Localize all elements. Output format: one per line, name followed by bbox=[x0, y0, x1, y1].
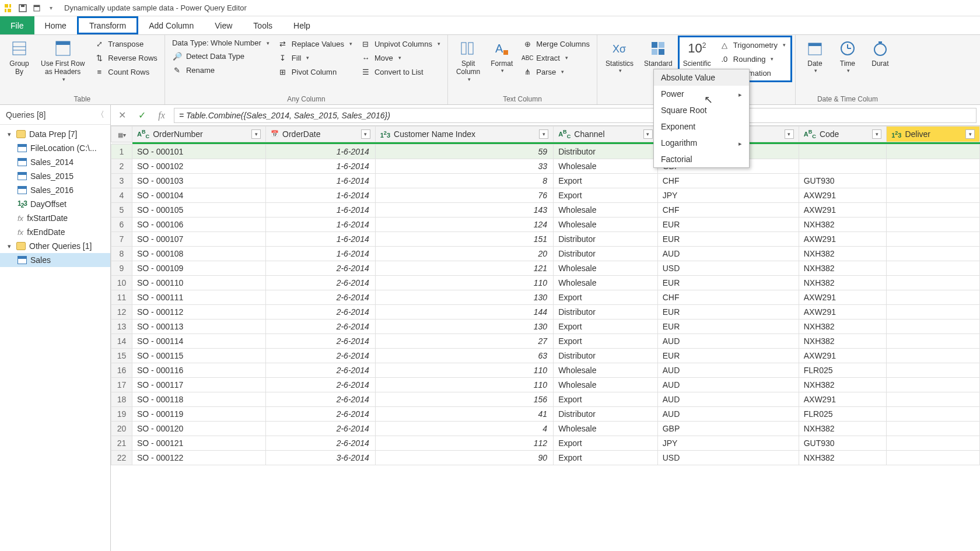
time-button[interactable]: Time bbox=[833, 37, 862, 75]
rounding-button[interactable]: .0Rounding bbox=[717, 52, 788, 65]
tab-tools[interactable]: Tools bbox=[243, 16, 283, 34]
filter-icon[interactable]: ▾ bbox=[965, 129, 975, 139]
ribbon-tabs: FileHomeTransformAdd ColumnViewToolsHelp bbox=[0, 16, 980, 35]
table-row[interactable]: 22SO - 0001223-6-201490ExportUSDNXH382 bbox=[111, 450, 980, 465]
table-row[interactable]: 5SO - 0001051-6-2014143WholesaleCHFAXW29… bbox=[111, 202, 980, 217]
table-row[interactable]: 12SO - 0001122-6-2014144DistributorEURAX… bbox=[111, 304, 980, 319]
table-row[interactable]: 3SO - 0001031-6-20148ExportCHFGUT930 bbox=[111, 173, 980, 188]
table-row[interactable]: 4SO - 0001041-6-201476ExportJPYAXW291 bbox=[111, 188, 980, 202]
table-row[interactable]: 18SO - 0001182-6-2014156ExportAUDAXW291 bbox=[111, 392, 980, 406]
query-sales-2014[interactable]: Sales_2014 bbox=[0, 155, 110, 169]
tab-add-column[interactable]: Add Column bbox=[138, 16, 204, 34]
menu-exponent[interactable]: Exponent bbox=[654, 118, 749, 135]
filter-icon[interactable]: ▾ bbox=[643, 129, 653, 139]
menu-power[interactable]: Power bbox=[654, 86, 749, 102]
formula-accept-icon[interactable]: ✓ bbox=[134, 108, 149, 123]
statistics-button[interactable]: Xσ Statistics bbox=[602, 37, 637, 75]
parse-button[interactable]: ⋔Parse bbox=[520, 65, 592, 78]
collapse-icon[interactable]: 〈 bbox=[96, 110, 104, 120]
detect-data-type-button[interactable]: 🔎Detect Data Type bbox=[170, 50, 272, 62]
table-row[interactable]: 2SO - 0001021-6-201433WholesaleGBP bbox=[111, 159, 980, 173]
tab-view[interactable]: View bbox=[204, 16, 243, 34]
convert-to-list-button[interactable]: ☰Convert to List bbox=[358, 65, 443, 78]
replace-values-button[interactable]: ⇄Replace Values bbox=[275, 37, 355, 50]
tab-home[interactable]: Home bbox=[34, 16, 77, 34]
menu-square-root[interactable]: Square Root bbox=[654, 102, 749, 118]
unpivot-button[interactable]: ⊟Unpivot Columns bbox=[358, 37, 443, 50]
extract-button[interactable]: ABCExtract bbox=[520, 51, 592, 64]
table-row[interactable]: 14SO - 0001142-6-201427ExportAUDNXH382 bbox=[111, 334, 980, 348]
menu-factorial[interactable]: Factorial bbox=[654, 151, 749, 167]
filter-icon[interactable]: ▾ bbox=[785, 129, 794, 139]
query-sales-2016[interactable]: Sales_2016 bbox=[0, 183, 110, 197]
split-column-button[interactable]: Split Column bbox=[453, 37, 484, 84]
table-row[interactable]: 17SO - 0001172-6-2014110WholesaleAUDNXH3… bbox=[111, 377, 980, 392]
transpose-button[interactable]: ⤢Transpose bbox=[92, 37, 160, 50]
save-icon[interactable] bbox=[16, 2, 29, 15]
use-first-row-button[interactable]: Use First Row as Headers bbox=[37, 37, 88, 84]
col-code[interactable]: ABCCode▾ bbox=[799, 127, 886, 142]
group-by-button[interactable]: Group By bbox=[5, 37, 34, 78]
table-row[interactable]: 10SO - 0001102-6-2014110WholesaleEURNXH3… bbox=[111, 275, 980, 290]
table-row[interactable]: 19SO - 0001192-6-201441DistributorAUDFLR… bbox=[111, 406, 980, 421]
tab-transform[interactable]: Transform bbox=[77, 16, 138, 34]
queries-header[interactable]: Queries [8] 〈 bbox=[0, 105, 110, 125]
col-deliver[interactable]: 123Deliver▾ bbox=[887, 127, 980, 142]
folder-data-prep-7-[interactable]: ▾Data Prep [7] bbox=[0, 127, 110, 141]
row-selector[interactable]: ▦▾ bbox=[111, 127, 132, 142]
table-row[interactable]: 1SO - 0001011-6-201459DistributorAUD bbox=[111, 144, 980, 159]
rename-button[interactable]: ✎Rename bbox=[170, 64, 272, 76]
table-row[interactable]: 8SO - 0001081-6-201420DistributorAUDNXH3… bbox=[111, 246, 980, 261]
count-rows-button[interactable]: ≡Count Rows bbox=[92, 65, 160, 78]
col-customer-name-index[interactable]: 123Customer Name Index▾ bbox=[375, 127, 553, 142]
menu-absolute-value[interactable]: Absolute Value bbox=[654, 69, 749, 86]
folder-other-queries-1-[interactable]: ▾Other Queries [1] bbox=[0, 239, 110, 253]
col-orderdate[interactable]: 📅OrderDate▾ bbox=[266, 127, 376, 142]
filter-icon[interactable]: ▾ bbox=[539, 129, 548, 139]
formula-cancel-icon[interactable]: ✕ bbox=[114, 108, 130, 123]
tab-file[interactable]: File bbox=[0, 16, 34, 34]
table-row[interactable]: 11SO - 0001112-6-2014130ExportCHFAXW291 bbox=[111, 290, 980, 304]
date-button[interactable]: Date bbox=[800, 37, 830, 75]
merge-columns-button[interactable]: ⊕Merge Columns bbox=[520, 37, 592, 50]
fill-button[interactable]: ↧Fill bbox=[275, 51, 355, 64]
col-channel[interactable]: ABCChannel▾ bbox=[554, 127, 658, 142]
reverse-rows-button[interactable]: ⇅Reverse Rows bbox=[92, 51, 160, 64]
svg-rect-19 bbox=[659, 42, 664, 48]
query-sales[interactable]: Sales bbox=[0, 253, 110, 267]
group-text-column: Split Column A Format ⊕Merge Columns ABC… bbox=[448, 35, 597, 104]
data-grid[interactable]: ▦▾ABCOrderNumber▾📅OrderDate▾123Customer … bbox=[111, 126, 980, 465]
col-ordernumber[interactable]: ABCOrderNumber▾ bbox=[132, 127, 266, 142]
filter-icon[interactable]: ▾ bbox=[872, 129, 881, 139]
title-bar: ▾ Dynamically update sample data - Power… bbox=[0, 0, 980, 16]
query-fxstartdate[interactable]: fxfxStartDate bbox=[0, 211, 110, 225]
table-row[interactable]: 6SO - 0001061-6-2014124WholesaleEURNXH38… bbox=[111, 217, 980, 231]
table-row[interactable]: 9SO - 0001092-6-2014121WholesaleUSDNXH38… bbox=[111, 261, 980, 275]
format-button[interactable]: A Format bbox=[487, 37, 516, 75]
query-sales-2015[interactable]: Sales_2015 bbox=[0, 169, 110, 183]
table-row[interactable]: 15SO - 0001152-6-201463DistributorEURAXW… bbox=[111, 348, 980, 363]
qat-more-icon[interactable]: ▾ bbox=[44, 2, 57, 15]
filter-icon[interactable]: ▾ bbox=[361, 129, 370, 139]
filter-icon[interactable]: ▾ bbox=[251, 129, 261, 139]
query-dayoffset[interactable]: 123DayOffset bbox=[0, 197, 110, 211]
query-fxenddate[interactable]: fxfxEndDate bbox=[0, 225, 110, 239]
data-type-button[interactable]: Data Type: Whole Number bbox=[170, 37, 272, 48]
undo-icon[interactable] bbox=[30, 2, 43, 15]
table-row[interactable]: 20SO - 0001202-6-20144WholesaleGBPNXH382 bbox=[111, 421, 980, 436]
table-row[interactable]: 7SO - 0001071-6-2014151DistributorEURAXW… bbox=[111, 231, 980, 246]
pivot-column-button[interactable]: ⊞Pivot Column bbox=[275, 65, 355, 78]
trigonometry-button[interactable]: △Trigonometry bbox=[717, 38, 788, 51]
table-row[interactable]: 21SO - 0001212-6-2014112ExportJPYGUT930 bbox=[111, 436, 980, 450]
duration-button[interactable]: Durat bbox=[866, 37, 895, 69]
table-row[interactable]: 16SO - 0001162-6-2014110WholesaleAUDFLR0… bbox=[111, 363, 980, 377]
svg-rect-1 bbox=[9, 4, 11, 8]
move-button[interactable]: ↔Move bbox=[358, 51, 443, 64]
tab-help[interactable]: Help bbox=[283, 16, 321, 34]
query-filelocation-c-[interactable]: FileLocation (C:\... bbox=[0, 141, 110, 155]
svg-rect-23 bbox=[808, 43, 821, 46]
formula-fx-icon[interactable]: fx bbox=[154, 108, 169, 123]
table-row[interactable]: 13SO - 0001132-6-2014130ExportEURNXH382 bbox=[111, 319, 980, 334]
formula-input[interactable] bbox=[174, 108, 977, 123]
menu-logarithm[interactable]: Logarithm bbox=[654, 135, 749, 151]
